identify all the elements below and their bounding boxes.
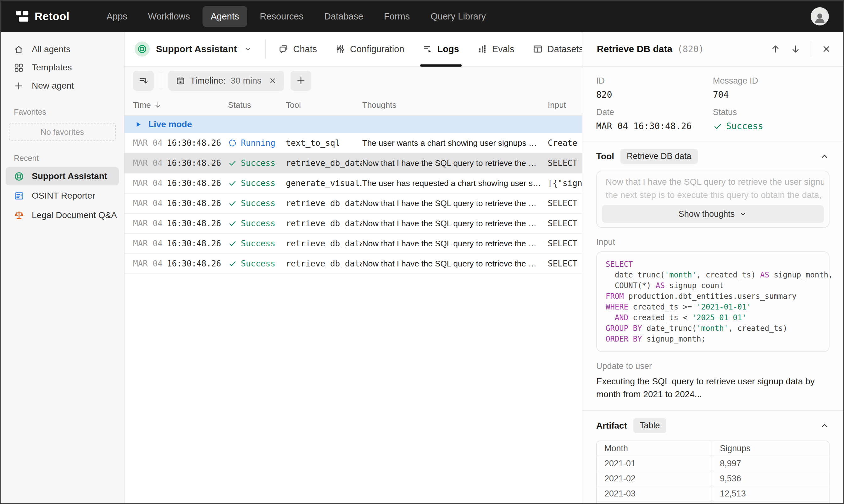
log-tool: retrieve_db_data [286, 219, 362, 228]
update-to-user-label: Update to user [596, 361, 829, 371]
lifebuoy-icon [137, 44, 147, 54]
calendar-icon [176, 76, 185, 86]
agent-name: Support Assistant [156, 44, 237, 54]
tab-label: Configuration [350, 44, 404, 54]
thoughts-preview-line1: Now that I have the SQL query to retriev… [602, 177, 824, 187]
user-avatar[interactable] [811, 7, 829, 25]
remove-filter-icon[interactable] [268, 77, 277, 85]
sql-line: GROUP BY date_trunc('month', created_ts) [605, 323, 820, 334]
recent-list: Support AssistantOSINT ReporterLegal Doc… [1, 167, 124, 224]
spinner-icon [228, 139, 237, 147]
log-thoughts: The user has requested a chart showing u… [362, 179, 548, 188]
sql-token-id: , created_ts) [697, 271, 760, 279]
log-time: MAR 0416:30:48.26 [133, 219, 228, 228]
log-status: Success [228, 239, 286, 248]
tab-configuration[interactable]: Configuration [335, 32, 404, 66]
log-tool: retrieve_db_data [286, 158, 362, 168]
artifact-month-cell: 2021-04 [597, 502, 711, 503]
log-status: Success [228, 158, 286, 168]
artifact-col-month: Month [597, 441, 711, 456]
status-text: Success [241, 199, 276, 208]
log-date: MAR 04 [133, 219, 162, 228]
recent-item-label: Support Assistant [32, 171, 107, 181]
artifact-signups-cell: 12,513 [711, 486, 829, 501]
show-thoughts-button[interactable]: Show thoughts [602, 205, 824, 223]
nav-item-query-library[interactable]: Query Library [422, 6, 494, 27]
column-header-thoughts: Thoughts [362, 100, 548, 110]
section-divider [582, 410, 843, 411]
nav-item-agents[interactable]: Agents [203, 6, 247, 27]
log-tool: text_to_sql [286, 138, 362, 148]
news-icon [14, 191, 24, 201]
sidebar-item-label: Templates [32, 62, 72, 73]
timeline-filter[interactable]: Timeline: 30 mins [168, 71, 284, 91]
column-header-time[interactable]: Time [133, 100, 228, 110]
sql-token-id: , created_ts) [728, 324, 787, 333]
nav-item-resources[interactable]: Resources [251, 6, 312, 27]
log-timestamp: 16:30:48.26 [167, 179, 221, 188]
sql-token-kw: SELECT [605, 260, 633, 269]
sql-token-id: signup_month, [769, 271, 833, 279]
sidebar-item-new-agent[interactable]: New agent [1, 77, 124, 95]
status-text: Success [241, 219, 276, 228]
detail-panel: Retrieve DB data (820) ID 820 Message ID… [582, 32, 843, 503]
sidebar-item-all-agents[interactable]: All agents [1, 40, 124, 58]
retool-brand[interactable]: Retool [15, 9, 70, 23]
configuration-tab-icon [335, 44, 345, 54]
tab-datasets[interactable]: Datasets [533, 32, 583, 66]
log-tool: generate_visual… [286, 179, 362, 188]
top-navbar: Retool AppsWorkflowsAgentsResourcesDatab… [1, 1, 843, 32]
log-thoughts: Now that I have the SQL query to retriev… [362, 259, 548, 269]
filter-divider [161, 72, 161, 90]
nav-item-forms[interactable]: Forms [376, 6, 418, 27]
arrow-up-icon[interactable] [770, 44, 780, 54]
actions-divider [811, 41, 811, 57]
chevron-down-icon [739, 210, 747, 218]
collapse-tool-icon[interactable] [820, 151, 829, 162]
agent-selector[interactable]: Support Assistant [135, 41, 252, 57]
log-tool: retrieve_db_data [286, 199, 362, 208]
close-icon[interactable] [821, 44, 831, 54]
tab-evals[interactable]: Evals [477, 32, 514, 66]
meta-id: ID 820 [596, 76, 713, 100]
nav-item-workflows[interactable]: Workflows [140, 6, 198, 27]
nav-item-apps[interactable]: Apps [99, 6, 136, 27]
recent-item-legal-document-q-a[interactable]: Legal Document Q&A [6, 206, 119, 224]
sort-button[interactable] [133, 71, 154, 91]
log-timestamp: 16:30:48.26 [167, 138, 221, 148]
artifact-table-row: 2021-0312,513 [597, 486, 829, 502]
recent-item-osint-reporter[interactable]: OSINT Reporter [6, 187, 119, 205]
recent-item-support-assistant[interactable]: Support Assistant [6, 167, 119, 185]
thoughts-preview-box: Now that I have the SQL query to retriev… [596, 170, 829, 228]
arrow-down-icon[interactable] [791, 44, 801, 54]
nav-item-database[interactable]: Database [316, 6, 371, 27]
sql-line: ORDER BY signup_month; [605, 334, 820, 344]
artifact-table-row: 2021-029,536 [597, 471, 829, 486]
log-status: Running [228, 138, 286, 148]
artifact-col-signups: Signups [711, 441, 829, 456]
sidebar-item-label: All agents [32, 44, 70, 54]
panel-title: Retrieve DB data [597, 44, 672, 54]
log-time: MAR 0416:30:48.26 [133, 239, 228, 248]
status-label: Status [713, 107, 829, 117]
status-text: Success [241, 259, 276, 268]
log-date: MAR 04 [133, 158, 162, 168]
artifact-table-header: Month Signups [597, 441, 829, 456]
meta-message-id: Message ID 704 [713, 76, 829, 100]
status-text: Success [241, 179, 276, 188]
tab-chats[interactable]: Chats [278, 32, 317, 66]
sidebar-item-templates[interactable]: Templates [1, 58, 124, 77]
sql-token-str: 'month' [665, 271, 697, 279]
collapse-artifact-icon[interactable] [820, 421, 829, 431]
artifact-type-chip: Table [633, 418, 666, 433]
tab-logs[interactable]: Logs [423, 32, 459, 66]
tab-label: Evals [492, 44, 514, 54]
log-date: MAR 04 [133, 199, 162, 208]
artifact-signups-cell: 9,536 [711, 471, 829, 486]
column-header-status: Status [228, 100, 286, 110]
date-label: Date [596, 107, 713, 117]
add-filter-button[interactable] [291, 71, 311, 91]
tab-bar: ChatsConfigurationLogsEvalsDatasets [278, 32, 583, 66]
sql-token-kw: WHERE [605, 303, 628, 311]
status-text: Success [241, 158, 276, 168]
